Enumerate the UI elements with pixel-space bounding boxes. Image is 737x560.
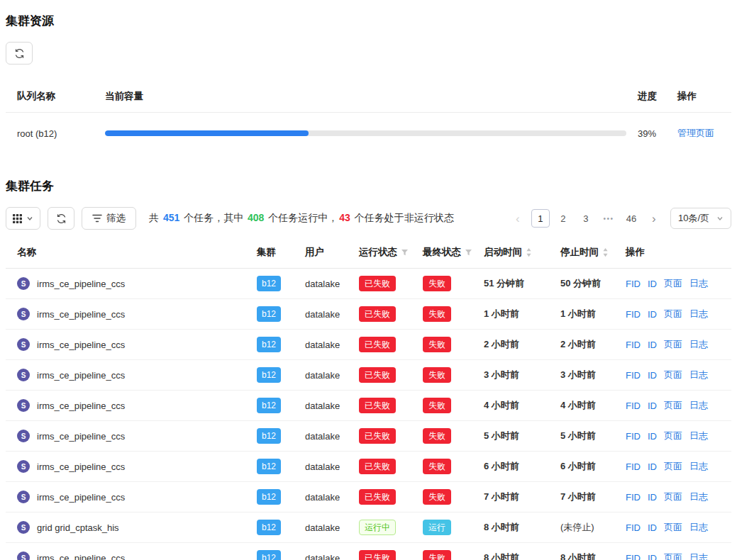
task-start-time: 7 小时前 [472,483,549,510]
task-start-time: 8 小时前 [472,514,549,541]
page-button-3[interactable]: 3 [577,209,595,228]
task-name: irms_ce_pipeline_ccs [37,370,125,381]
task-action-FID[interactable]: FID [626,370,641,381]
chevron-down-icon [716,215,724,222]
task-start-time: 5 小时前 [472,422,549,449]
page-button-2[interactable]: 2 [554,209,572,228]
task-action-FID[interactable]: FID [626,461,641,472]
task-action-ID[interactable]: ID [648,522,657,533]
task-stop-time: 2 小时前 [549,331,614,358]
final-status-filter-icon[interactable] [465,249,472,257]
next-page-button[interactable]: › [645,209,663,228]
task-name: irms_ce_pipeline_ccs [37,401,125,411]
task-action-页面[interactable]: 页面 [664,521,682,534]
task-action-页面[interactable]: 页面 [664,338,682,351]
spark-avatar: S [17,338,30,351]
task-name: irms_ce_pipeline_ccs [37,279,125,289]
task-action-日志[interactable]: 日志 [689,369,708,381]
page-button-1[interactable]: 1 [531,209,550,228]
task-stop-time: 4 小时前 [549,392,614,419]
task-action-日志[interactable]: 日志 [689,491,708,503]
task-actions: FIDID页面日志 [614,453,731,480]
task-user: datalake [294,271,348,296]
summary-text: 个任务处于非运行状态 [352,212,454,223]
task-action-FID[interactable]: FID [626,401,641,411]
table-row: S grid grid_cptask_his b12 datalake 运行中 … [6,513,731,543]
task-action-页面[interactable]: 页面 [664,277,682,290]
run-status-badge: 已失败 [359,398,396,413]
task-action-页面[interactable]: 页面 [664,430,682,442]
col-stop-time: 停止时间 [549,237,614,268]
task-action-页面[interactable]: 页面 [664,308,682,320]
task-start-time: 4 小时前 [472,392,549,419]
tasks-table-header: 名称 集群 用户 运行状态 最终状态 启动时间 [6,237,731,269]
task-action-ID[interactable]: ID [648,340,657,350]
task-start-time: 2 小时前 [472,331,549,358]
task-stop-time: 7 小时前 [549,483,614,510]
tasks-toolbar: 筛选 共 451 个任务，其中 408 个任务运行中，43 个任务处于非运行状态… [6,207,731,230]
task-action-日志[interactable]: 日志 [689,399,708,412]
task-name: irms_ce_pipeline_ccs [37,431,125,442]
task-action-日志[interactable]: 日志 [689,338,708,351]
task-action-日志[interactable]: 日志 [689,430,708,442]
task-action-ID[interactable]: ID [648,553,657,560]
task-action-页面[interactable]: 页面 [664,551,682,560]
col-task-action: 操作 [614,237,731,268]
task-action-FID[interactable]: FID [626,431,641,442]
tasks-refresh-button[interactable] [48,207,74,230]
task-action-FID[interactable]: FID [626,309,641,320]
task-action-ID[interactable]: ID [648,279,657,289]
task-action-FID[interactable]: FID [626,553,641,560]
filter-icon [92,214,102,223]
resources-refresh-button[interactable] [6,42,33,65]
run-status-badge: 已失败 [359,459,396,474]
stop-time-sort-icon[interactable] [602,247,609,257]
task-action-ID[interactable]: ID [648,401,657,411]
final-status-badge: 运行 [423,520,451,535]
task-start-time: 51 分钟前 [472,270,549,297]
column-settings-button[interactable] [6,207,40,230]
task-action-日志[interactable]: 日志 [689,277,708,290]
table-row: S irms_ce_pipeline_ccs b12 datalake 已失败 … [6,421,731,452]
task-action-页面[interactable]: 页面 [664,491,682,503]
run-status-badge: 已失败 [359,276,396,291]
spark-avatar: S [17,491,30,503]
final-status-badge: 失败 [423,459,451,474]
filter-button[interactable]: 筛选 [82,207,136,230]
task-action-日志[interactable]: 日志 [689,521,708,534]
start-time-sort-icon[interactable] [526,247,532,257]
task-action-日志[interactable]: 日志 [689,551,708,560]
run-status-badge: 已失败 [359,306,396,322]
task-action-FID[interactable]: FID [626,279,641,289]
pagination-ellipsis[interactable]: ••• [599,209,618,228]
capacity-progress-fill [105,130,309,136]
task-name: irms_ce_pipeline_ccs [37,553,125,560]
task-action-FID[interactable]: FID [626,340,641,350]
task-actions: FIDID页面日志 [614,483,731,510]
task-action-ID[interactable]: ID [648,492,657,503]
task-stop-time: 3 小时前 [549,362,614,388]
page-button-46[interactable]: 46 [622,209,641,228]
task-action-页面[interactable]: 页面 [664,399,682,412]
task-action-ID[interactable]: ID [648,309,657,320]
final-status-badge: 失败 [423,276,451,291]
cluster-badge: b12 [257,306,281,322]
task-action-ID[interactable]: ID [648,461,657,472]
cluster-badge: b12 [257,398,281,413]
task-action-ID[interactable]: ID [648,370,657,381]
task-action-页面[interactable]: 页面 [664,460,682,473]
task-action-页面[interactable]: 页面 [664,369,682,381]
spark-avatar: S [17,308,30,320]
spark-avatar: S [17,369,30,381]
task-action-FID[interactable]: FID [626,492,641,503]
task-action-FID[interactable]: FID [626,522,641,533]
task-action-日志[interactable]: 日志 [689,308,708,320]
prev-page-button[interactable]: ‹ [509,209,527,228]
task-action-日志[interactable]: 日志 [689,460,708,473]
task-action-ID[interactable]: ID [648,431,657,442]
manage-page-link[interactable]: 管理页面 [677,128,714,138]
page-size-select-top[interactable]: 10条/页 [670,208,731,229]
task-name: irms_ce_pipeline_ccs [37,461,125,472]
running-task-count: 408 [248,212,264,223]
run-status-filter-icon[interactable] [401,249,409,257]
